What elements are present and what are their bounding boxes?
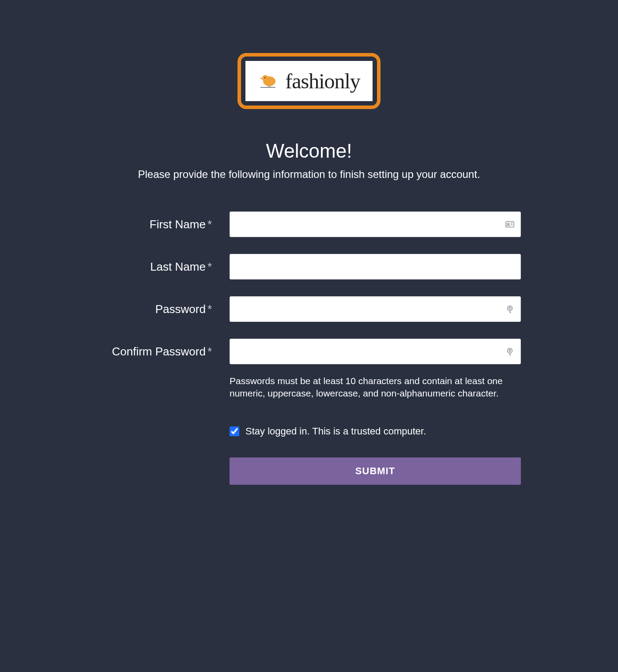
svg-point-3 (264, 77, 265, 78)
last-name-input-wrapper (230, 254, 521, 279)
password-row: Password* (97, 296, 521, 322)
submit-row: SUBMIT (97, 457, 521, 485)
svg-point-1 (262, 75, 268, 81)
checkbox-content: Stay logged in. This is a trusted comput… (230, 426, 426, 437)
required-mark: * (207, 302, 212, 316)
confirm-password-input[interactable] (230, 339, 521, 364)
password-hint-row: Passwords must be at least 10 characters… (97, 381, 521, 400)
signup-container: fashionly Welcome! Please provide the fo… (97, 9, 521, 485)
password-label: Password* (97, 302, 212, 316)
confirm-password-label: Confirm Password* (97, 345, 212, 359)
password-input[interactable] (230, 296, 521, 322)
signup-form: First Name* Last Name* (97, 211, 521, 485)
id-card-icon (505, 219, 515, 229)
svg-marker-2 (260, 78, 262, 79)
last-name-label-text: Last Name (150, 260, 206, 273)
logo: fashionly (245, 61, 373, 101)
required-mark: * (207, 218, 212, 231)
password-hint: Passwords must be at least 10 characters… (230, 375, 521, 400)
svg-point-8 (507, 223, 509, 225)
confirm-password-label-text: Confirm Password (112, 345, 205, 358)
required-mark: * (207, 260, 212, 273)
stay-logged-in-row: Stay logged in. This is a trusted comput… (97, 426, 521, 437)
svg-rect-12 (509, 307, 511, 309)
first-name-input[interactable] (230, 211, 521, 237)
logo-text: fashionly (285, 69, 360, 93)
submit-button[interactable]: SUBMIT (230, 457, 521, 485)
spacer (97, 381, 230, 400)
first-name-row: First Name* (97, 211, 521, 237)
last-name-row: Last Name* (97, 254, 521, 279)
key-icon (505, 347, 515, 356)
confirm-password-input-wrapper (230, 339, 521, 364)
stay-logged-in-label[interactable]: Stay logged in. This is a trusted comput… (245, 426, 426, 437)
last-name-label: Last Name* (97, 260, 212, 274)
svg-rect-16 (509, 349, 511, 351)
logo-wrapper: fashionly (97, 53, 521, 109)
confirm-password-row: Confirm Password* (97, 339, 521, 364)
first-name-label-text: First Name (150, 218, 206, 231)
bird-icon (258, 72, 279, 90)
stay-logged-in-checkbox[interactable] (230, 427, 239, 436)
password-label-text: Password (155, 302, 206, 316)
logo-highlight-box: fashionly (237, 53, 381, 109)
svg-point-11 (508, 306, 512, 311)
first-name-input-wrapper (230, 211, 521, 237)
first-name-label: First Name* (97, 218, 212, 231)
svg-point-15 (508, 348, 512, 353)
key-icon (505, 304, 515, 314)
last-name-input[interactable] (230, 254, 521, 279)
required-mark: * (207, 345, 212, 358)
password-input-wrapper (230, 296, 521, 322)
page-heading: Welcome! (97, 140, 521, 162)
spacer (97, 457, 230, 485)
page-subheading: Please provide the following information… (97, 168, 521, 181)
